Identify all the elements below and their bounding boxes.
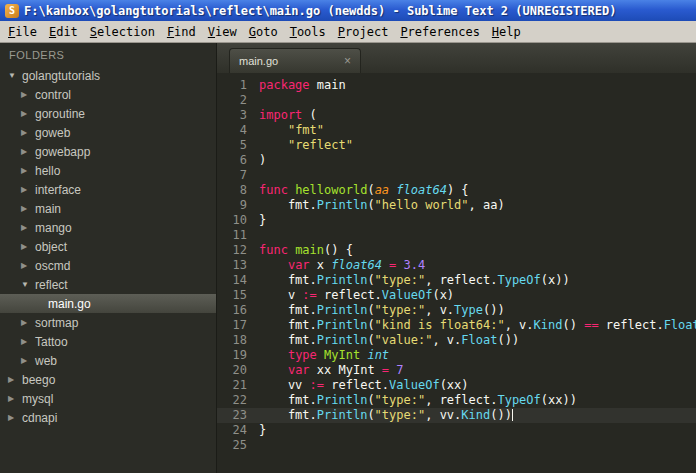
menu-item-view[interactable]: View	[202, 23, 243, 41]
line-number: 21	[217, 378, 259, 393]
code-line[interactable]: 13 var x float64 = 3.4	[217, 258, 696, 273]
expand-triangle-icon[interactable]: ▶	[8, 413, 22, 422]
expand-triangle-icon[interactable]: ▶	[21, 109, 35, 118]
code-line[interactable]: 10}	[217, 213, 696, 228]
menu-item-file[interactable]: File	[2, 23, 43, 41]
expand-triangle-icon[interactable]: ▶	[21, 204, 35, 213]
code-line[interactable]: 24}	[217, 423, 696, 438]
code-line[interactable]: 15 v := reflect.ValueOf(x)	[217, 288, 696, 303]
code-line[interactable]: 9 fmt.Println("hello world", aa)	[217, 198, 696, 213]
tree-item-cdnapi[interactable]: ▶cdnapi	[0, 408, 216, 427]
tree-item-goroutine[interactable]: ▶goroutine	[0, 104, 216, 123]
line-number: 12	[217, 243, 259, 258]
tree-item-interface[interactable]: ▶interface	[0, 180, 216, 199]
menu-item-goto[interactable]: Goto	[243, 23, 284, 41]
collapse-triangle-icon[interactable]: ▼	[21, 280, 35, 289]
expand-triangle-icon[interactable]: ▶	[8, 394, 22, 403]
expand-triangle-icon[interactable]: ▶	[21, 147, 35, 156]
code-line[interactable]: 5 "reflect"	[217, 138, 696, 153]
tab-label: main.go	[239, 55, 278, 67]
menu-item-tools[interactable]: Tools	[284, 23, 332, 41]
tree-item-label: cdnapi	[22, 411, 57, 425]
tree-item-object[interactable]: ▶object	[0, 237, 216, 256]
code-text: import (	[259, 108, 317, 123]
expand-triangle-icon[interactable]: ▶	[21, 337, 35, 346]
sublime-window: F:\kanbox\golangtutorials\reflect\main.g…	[0, 0, 696, 473]
expand-triangle-icon[interactable]: ▶	[21, 356, 35, 365]
code-text: vv := reflect.ValueOf(xx)	[259, 378, 469, 393]
expand-triangle-icon[interactable]: ▶	[21, 166, 35, 175]
tree-item-mango[interactable]: ▶mango	[0, 218, 216, 237]
code-text: func main() {	[259, 243, 353, 258]
code-line[interactable]: 23 fmt.Println("type:", vv.Kind())	[217, 408, 696, 423]
tree-item-web[interactable]: ▶web	[0, 351, 216, 370]
code-text: var xx MyInt = 7	[259, 363, 404, 378]
code-line[interactable]: 22 fmt.Println("type:", reflect.TypeOf(x…	[217, 393, 696, 408]
tree-item-label: gowebapp	[35, 145, 90, 159]
tree-item-goweb[interactable]: ▶goweb	[0, 123, 216, 142]
collapse-triangle-icon[interactable]: ▼	[8, 71, 22, 80]
code-line[interactable]: 16 fmt.Println("type:", v.Type())	[217, 303, 696, 318]
code-text: var x float64 = 3.4	[259, 258, 425, 273]
tree-item-main-go[interactable]: main.go	[0, 294, 216, 313]
tree-item-mysql[interactable]: ▶mysql	[0, 389, 216, 408]
tree-item-main[interactable]: ▶main	[0, 199, 216, 218]
code-line[interactable]: 17 fmt.Println("kind is float64:", v.Kin…	[217, 318, 696, 333]
tree-item-reflect[interactable]: ▼reflect	[0, 275, 216, 294]
expand-triangle-icon[interactable]: ▶	[21, 223, 35, 232]
tree-item-hello[interactable]: ▶hello	[0, 161, 216, 180]
tree-item-label: Tattoo	[35, 335, 68, 349]
menu-item-help[interactable]: Help	[486, 23, 527, 41]
code-line[interactable]: 2	[217, 93, 696, 108]
tree-item-oscmd[interactable]: ▶oscmd	[0, 256, 216, 275]
code-line[interactable]: 18 fmt.Println("value:", v.Float())	[217, 333, 696, 348]
code-text: type MyInt int	[259, 348, 389, 363]
code-line[interactable]: 20 var xx MyInt = 7	[217, 363, 696, 378]
expand-triangle-icon[interactable]: ▶	[21, 242, 35, 251]
code-line[interactable]: 14 fmt.Println("type:", reflect.TypeOf(x…	[217, 273, 696, 288]
close-icon[interactable]: ×	[344, 55, 351, 67]
code-line[interactable]: 1package main	[217, 78, 696, 93]
code-text: fmt.Println("type:", reflect.TypeOf(x))	[259, 273, 570, 288]
code-line[interactable]: 21 vv := reflect.ValueOf(xx)	[217, 378, 696, 393]
code-text: fmt.Println("type:", vv.Kind())	[259, 408, 513, 423]
tree-item-sortmap[interactable]: ▶sortmap	[0, 313, 216, 332]
expand-triangle-icon[interactable]: ▶	[21, 185, 35, 194]
menu-item-project[interactable]: Project	[332, 23, 395, 41]
expand-triangle-icon[interactable]: ▶	[21, 261, 35, 270]
line-number: 20	[217, 363, 259, 378]
line-number: 8	[217, 183, 259, 198]
code-line[interactable]: 6)	[217, 153, 696, 168]
code-line[interactable]: 7	[217, 168, 696, 183]
code-line[interactable]: 12func main() {	[217, 243, 696, 258]
code-area[interactable]: 1package main23import (4 "fmt"5 "reflect…	[217, 73, 696, 473]
tree-item-label: object	[35, 240, 67, 254]
menu-item-preferences[interactable]: Preferences	[394, 23, 485, 41]
expand-triangle-icon[interactable]: ▶	[21, 90, 35, 99]
tree-item-gowebapp[interactable]: ▶gowebapp	[0, 142, 216, 161]
code-line[interactable]: 11	[217, 228, 696, 243]
code-line[interactable]: 4 "fmt"	[217, 123, 696, 138]
text-cursor	[512, 409, 513, 421]
code-line[interactable]: 25	[217, 438, 696, 453]
expand-triangle-icon[interactable]: ▶	[21, 318, 35, 327]
code-text: fmt.Println("value:", v.Float())	[259, 333, 519, 348]
sidebar: FOLDERS ▼golangtutorials▶control▶gorouti…	[0, 43, 217, 473]
line-number: 2	[217, 93, 259, 108]
tree-item-golangtutorials[interactable]: ▼golangtutorials	[0, 66, 216, 85]
code-line[interactable]: 8func helloworld(aa float64) {	[217, 183, 696, 198]
tree-item-label: interface	[35, 183, 81, 197]
code-text: fmt.Println("kind is float64:", v.Kind()…	[259, 318, 696, 333]
tab-main-go[interactable]: main.go ×	[229, 48, 361, 73]
menu-item-edit[interactable]: Edit	[43, 23, 84, 41]
menu-item-find[interactable]: Find	[161, 23, 202, 41]
tree-item-tattoo[interactable]: ▶Tattoo	[0, 332, 216, 351]
expand-triangle-icon[interactable]: ▶	[21, 128, 35, 137]
line-number: 5	[217, 138, 259, 153]
tree-item-beego[interactable]: ▶beego	[0, 370, 216, 389]
code-line[interactable]: 3import (	[217, 108, 696, 123]
code-line[interactable]: 19 type MyInt int	[217, 348, 696, 363]
expand-triangle-icon[interactable]: ▶	[8, 375, 22, 384]
tree-item-control[interactable]: ▶control	[0, 85, 216, 104]
menu-item-selection[interactable]: Selection	[84, 23, 161, 41]
